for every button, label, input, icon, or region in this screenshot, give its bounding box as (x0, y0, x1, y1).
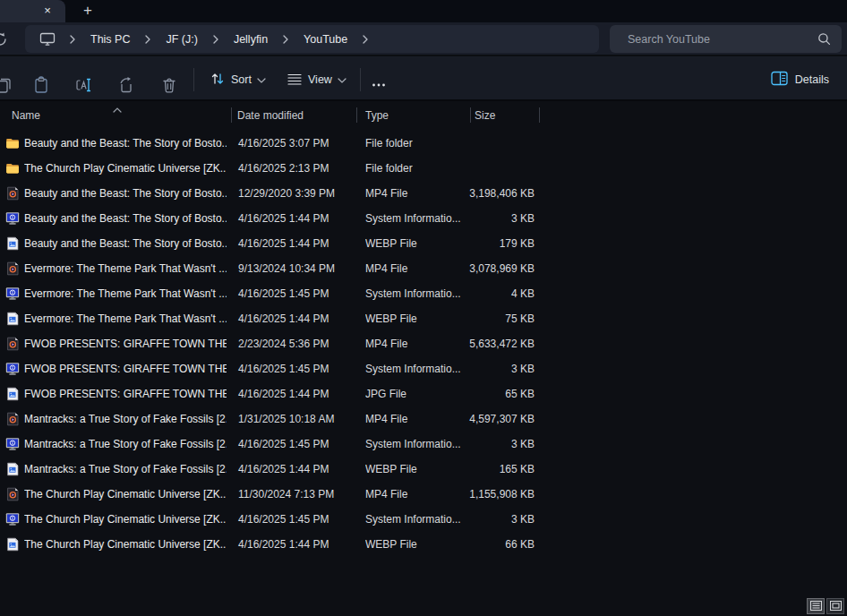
file-date-modified: 4/16/2025 1:44 PM (238, 212, 355, 225)
file-name: Mantracks: a True Story of Fake Fossils … (24, 438, 227, 450)
file-type: WEBP File (365, 463, 466, 475)
paste-button[interactable] (26, 71, 56, 101)
delete-button[interactable] (154, 71, 184, 101)
system-info-icon (5, 362, 20, 376)
file-row[interactable]: Mantracks: a True Story of Fake Fossils … (0, 432, 847, 457)
column-header-name[interactable]: Name (12, 101, 40, 128)
see-more-icon (371, 77, 387, 96)
file-row[interactable]: FWOB PRESENTS: GIRAFFE TOWN THE ... 4/16… (0, 356, 847, 381)
file-date-modified: 4/16/2025 3:07 PM (238, 137, 355, 150)
file-row[interactable]: The Church Play Cinematic Universe [ZK..… (0, 156, 847, 181)
rename-button[interactable] (69, 71, 99, 101)
file-row[interactable]: Beauty and the Beast: The Story of Bosto… (0, 181, 847, 206)
details-pane-button[interactable]: Details (766, 68, 834, 91)
column-divider[interactable] (470, 107, 471, 123)
see-more-button[interactable] (364, 71, 394, 101)
video-file-icon (5, 487, 20, 501)
file-row[interactable]: The Church Play Cinematic Universe [ZK..… (0, 482, 847, 507)
breadcrumb-item[interactable]: Jellyfin (229, 30, 272, 48)
file-name: FWOB PRESENTS: GIRAFFE TOWN THE ... (24, 388, 227, 400)
file-date-modified: 4/16/2025 1:45 PM (238, 287, 355, 300)
file-size: 3 KB (466, 513, 535, 526)
share-button[interactable] (111, 71, 141, 101)
tab-close-button[interactable]: × (39, 3, 56, 19)
breadcrumb-item[interactable]: YouTube (299, 30, 352, 48)
file-date-modified: 4/16/2025 1:44 PM (238, 463, 355, 475)
file-size: 3 KB (466, 212, 535, 225)
column-divider[interactable] (231, 107, 232, 123)
search-icon[interactable] (817, 32, 831, 46)
file-row[interactable]: Beauty and the Beast: The Story of Bosto… (0, 231, 847, 256)
image-file-icon (5, 537, 20, 552)
file-date-modified: 4/16/2025 1:45 PM (238, 513, 355, 526)
explorer-tab[interactable]: × (0, 0, 65, 22)
file-size: 1,155,908 KB (466, 488, 535, 500)
copy-button[interactable] (0, 71, 19, 101)
thumbnail-view-toggle[interactable] (826, 598, 844, 614)
file-row[interactable]: The Church Play Cinematic Universe [ZK..… (0, 507, 847, 532)
column-divider[interactable] (356, 107, 357, 123)
column-divider[interactable] (539, 107, 540, 123)
file-row[interactable]: Beauty and the Beast: The Story of Bosto… (0, 131, 847, 156)
file-type: System Informatio... (365, 513, 466, 526)
file-name: Beauty and the Beast: The Story of Bosto… (24, 187, 227, 200)
file-row[interactable]: Mantracks: a True Story of Fake Fossils … (0, 406, 847, 432)
chevron-right-icon (67, 34, 78, 45)
breadcrumb: This PCJF (J:)JellyfinYouTube (59, 30, 379, 48)
file-type: WEBP File (365, 312, 466, 325)
file-size: 165 KB (466, 463, 535, 475)
file-name: FWOB PRESENTS: GIRAFFE TOWN THE ... (24, 338, 227, 350)
view-button-label: View (308, 73, 332, 86)
image-file-icon (5, 312, 20, 326)
sort-button[interactable]: Sort (202, 68, 273, 91)
search-input[interactable] (610, 25, 842, 53)
new-tab-button[interactable]: + (78, 1, 98, 21)
folder-icon (5, 136, 20, 150)
file-date-modified: 4/16/2025 1:44 PM (238, 312, 355, 325)
chevron-down-icon (338, 73, 346, 86)
file-row[interactable]: FWOB PRESENTS: GIRAFFE TOWN THE ... 2/23… (0, 331, 847, 356)
column-header-date[interactable]: Date modified (237, 101, 304, 128)
column-header-type[interactable]: Type (365, 101, 389, 128)
chevron-right-icon (142, 34, 153, 45)
file-name: Beauty and the Beast: The Story of Bosto… (24, 237, 227, 250)
search-box (610, 25, 842, 53)
image-file-icon (5, 387, 20, 401)
address-row: This PCJF (J:)JellyfinYouTube (0, 22, 847, 56)
paste-icon (32, 76, 50, 97)
details-pane-label: Details (795, 73, 829, 86)
file-row[interactable]: Mantracks: a True Story of Fake Fossils … (0, 457, 847, 482)
file-type: File folder (365, 162, 466, 175)
chevron-right-icon (210, 34, 221, 45)
file-type: MP4 File (365, 338, 466, 350)
file-type: System Informatio... (365, 438, 466, 450)
file-row[interactable]: Evermore: The Theme Park That Wasn't ...… (0, 281, 847, 306)
file-row[interactable]: The Church Play Cinematic Universe [ZK..… (0, 532, 847, 557)
details-view-toggle[interactable] (807, 598, 825, 614)
breadcrumb-item[interactable]: This PC (86, 30, 134, 48)
sort-button-label: Sort (231, 73, 252, 86)
file-size: 3 KB (466, 363, 535, 375)
video-file-icon (5, 412, 20, 426)
file-row[interactable]: Evermore: The Theme Park That Wasn't ...… (0, 256, 847, 281)
file-date-modified: 4/16/2025 1:45 PM (238, 363, 355, 375)
refresh-icon[interactable] (0, 31, 8, 47)
file-date-modified: 4/16/2025 1:44 PM (238, 237, 355, 250)
file-size: 4 KB (466, 287, 535, 300)
file-list: Beauty and the Beast: The Story of Bosto… (0, 131, 847, 557)
delete-icon (160, 76, 178, 97)
file-date-modified: 12/29/2020 3:39 PM (238, 187, 355, 200)
file-row[interactable]: Evermore: The Theme Park That Wasn't ...… (0, 306, 847, 331)
file-row[interactable]: FWOB PRESENTS: GIRAFFE TOWN THE ... 4/16… (0, 381, 847, 406)
file-row[interactable]: Beauty and the Beast: The Story of Bosto… (0, 206, 847, 231)
address-bar[interactable]: This PCJF (J:)JellyfinYouTube (25, 25, 599, 53)
file-name: The Church Play Cinematic Universe [ZK..… (24, 162, 227, 175)
file-size: 5,633,472 KB (466, 338, 535, 350)
file-name: Evermore: The Theme Park That Wasn't ... (24, 262, 227, 275)
breadcrumb-item[interactable]: JF (J:) (161, 30, 201, 48)
column-header-size[interactable]: Size (475, 101, 495, 128)
column-header-row: Name Date modified Type Size (0, 101, 847, 128)
chevron-down-icon (257, 73, 266, 86)
file-date-modified: 4/16/2025 1:45 PM (238, 438, 355, 450)
view-button[interactable]: View (279, 68, 354, 91)
